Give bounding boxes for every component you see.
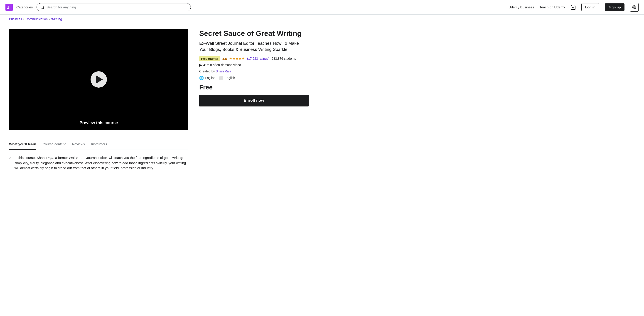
cart-icon[interactable] <box>570 5 576 10</box>
video-icon: ▶ <box>199 63 202 67</box>
svg-point-2 <box>41 6 43 8</box>
student-count: 233,876 students <box>272 57 296 60</box>
main-content: Preview this course What you'll learn Co… <box>0 24 318 184</box>
teach-link[interactable]: Teach on Udemy <box>540 5 565 9</box>
caption-icon: ⬜ <box>219 76 224 80</box>
learn-item: ✓ In this course, Shani Raja, a former W… <box>9 155 188 171</box>
free-badge: Free tutorial <box>199 56 220 61</box>
stars: ★ ★ ★ ★ ★ <box>229 57 245 60</box>
breadcrumb: Business › Communication › Writing <box>0 15 644 24</box>
play-button[interactable] <box>90 71 107 88</box>
tabs-bar: What you'll learn Course content Reviews… <box>9 139 188 150</box>
price-label: Free <box>199 84 308 91</box>
caption-lang-item: ⬜ English <box>219 76 235 80</box>
search-icon <box>40 5 44 9</box>
preview-label: Preview this course <box>80 121 118 125</box>
left-column: Preview this course What you'll learn Co… <box>9 29 188 179</box>
audio-lang: English <box>205 76 215 80</box>
star-3: ★ <box>236 57 238 60</box>
udemy-logo-icon: U <box>6 4 13 11</box>
categories-button[interactable]: Categories <box>16 5 33 9</box>
learn-item-text: In this course, Shani Raja, a former Wal… <box>14 155 188 171</box>
language-button[interactable] <box>630 3 638 12</box>
navbar: U Categories Udemy Business Teach on Ude… <box>0 0 644 15</box>
instructor-link[interactable]: Shani Raja <box>216 70 231 73</box>
video-meta: ▶ 41min of on-demand video <box>199 63 308 67</box>
globe-lang-icon: 🌐 <box>199 76 204 80</box>
star-4: ★ <box>239 57 242 60</box>
star-1: ★ <box>229 57 232 60</box>
check-icon: ✓ <box>9 156 12 171</box>
udemy-business-link[interactable]: Udemy Business <box>508 5 534 9</box>
tabs-section: What you'll learn Course content Reviews… <box>9 139 188 179</box>
login-button[interactable]: Log in <box>581 3 599 11</box>
caption-lang: English <box>225 76 235 80</box>
course-title: Secret Sauce of Great Writing <box>199 29 308 38</box>
star-2: ★ <box>232 57 235 60</box>
svg-line-3 <box>43 8 44 9</box>
created-by: Created by Shani Raja <box>199 70 308 73</box>
breadcrumb-sep-1: › <box>23 18 24 21</box>
video-duration: 41min of on-demand video <box>203 63 241 67</box>
search-input[interactable] <box>46 5 187 9</box>
video-preview[interactable]: Preview this course <box>9 29 188 130</box>
tab-content[interactable]: Course content <box>42 139 66 150</box>
rating-number: 4.5 <box>222 57 227 61</box>
course-subtitle: Ex-Wall Street Journal Editor Teaches Ho… <box>199 41 308 53</box>
audio-lang-item: 🌐 English <box>199 76 215 80</box>
svg-text:U: U <box>6 6 9 10</box>
signup-button[interactable]: Sign up <box>605 4 624 11</box>
lang-row: 🌐 English ⬜ English <box>199 76 308 80</box>
tab-reviews[interactable]: Reviews <box>72 139 85 150</box>
right-column: Secret Sauce of Great Writing Ex-Wall St… <box>199 29 308 179</box>
search-bar <box>36 3 191 11</box>
tab-learn[interactable]: What you'll learn <box>9 139 36 150</box>
created-by-label: Created by <box>199 70 215 73</box>
tab-instructors[interactable]: Instructors <box>91 139 107 150</box>
logo-link[interactable]: U <box>6 4 13 11</box>
breadcrumb-business[interactable]: Business <box>9 17 22 21</box>
course-meta-row: Free tutorial 4.5 ★ ★ ★ ★ ★ (17,523 rati… <box>199 56 308 61</box>
play-triangle-icon <box>96 75 103 84</box>
rating-count[interactable]: (17,523 ratings) <box>247 57 269 60</box>
breadcrumb-sep-2: › <box>49 18 50 21</box>
breadcrumb-communication[interactable]: Communication <box>26 17 48 21</box>
learn-content: ✓ In this course, Shani Raja, a former W… <box>9 150 188 179</box>
nav-right: Udemy Business Teach on Udemy Log in Sig… <box>508 3 638 12</box>
star-half: ★ <box>242 57 245 60</box>
globe-icon <box>632 5 636 9</box>
breadcrumb-writing: Writing <box>51 17 62 21</box>
enroll-button[interactable]: Enroll now <box>199 95 308 107</box>
